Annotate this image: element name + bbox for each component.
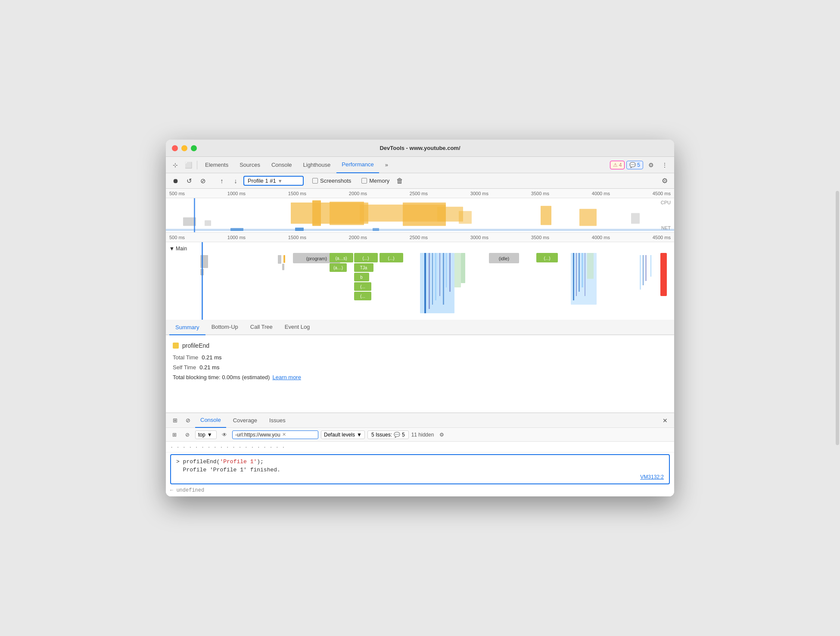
entry-closing: );: [257, 458, 264, 465]
svg-rect-13: [230, 228, 243, 231]
device-icon[interactable]: ⬜: [182, 159, 194, 171]
console-tab-bar: ⊞ ⊘ Console Coverage Issues ✕: [166, 413, 674, 428]
svg-text:(idle): (idle): [499, 256, 509, 261]
svg-rect-62: [640, 255, 641, 290]
console-sidebar-icon[interactable]: ⊞: [169, 430, 180, 440]
sidebar-toggle-icon[interactable]: ⊞: [169, 415, 180, 426]
record-button[interactable]: ⏺: [169, 175, 181, 187]
svg-text:(...): (...): [388, 256, 395, 261]
learn-more-link[interactable]: Learn more: [272, 374, 301, 380]
tab-performance[interactable]: Performance: [336, 157, 379, 173]
svg-rect-42: [432, 253, 433, 305]
console-block-icon[interactable]: ⊘: [182, 430, 193, 440]
devtools-window: DevTools - www.youtube.com/ ⊹ ⬜ Elements…: [166, 140, 674, 496]
cursor-icon[interactable]: ⊹: [169, 159, 181, 171]
tab-summary[interactable]: Summary: [169, 320, 205, 335]
svg-rect-43: [435, 253, 436, 300]
maximize-button[interactable]: [191, 145, 197, 151]
timeline-selection: [194, 198, 195, 232]
screenshots-option[interactable]: Screenshots: [312, 178, 351, 184]
clear-console-icon[interactable]: ⊘: [182, 415, 193, 426]
tbt-text: Total blocking time: 0.00ms (estimated): [173, 374, 270, 380]
memory-option[interactable]: Memory: [361, 178, 389, 184]
profile-selector[interactable]: Profile 1 #1 ▼: [243, 176, 304, 186]
cpu-net-chart: CPU NET: [166, 198, 674, 233]
perf-settings-icon[interactable]: ⚙: [659, 175, 671, 187]
main-flame-chart[interactable]: ▼ ▼ Main (program) (a…s) (a…) (...) TJa: [166, 242, 674, 320]
coverage-panel-tab[interactable]: Coverage: [228, 413, 262, 428]
ruler-1500: 1500 ms: [288, 191, 306, 196]
clear-button[interactable]: ⊘: [197, 175, 209, 187]
console-filter[interactable]: -url:https://www.you ✕: [232, 430, 318, 439]
console-entry-line1: > profileEnd('Profile 1');: [176, 458, 664, 465]
window-title: DevTools - www.youtube.com/: [380, 145, 460, 151]
summary-color-indicator: [173, 343, 179, 349]
ruler2-1000: 1000 ms: [227, 235, 246, 240]
issues-badge[interactable]: 5 Issues: 💬 5: [367, 430, 409, 439]
entry-function: profileEnd(: [183, 458, 220, 465]
tab-elements[interactable]: Elements: [200, 157, 233, 173]
svg-rect-14: [295, 228, 304, 231]
self-time-value: 0.21 ms: [199, 364, 219, 371]
total-time-value: 0.21 ms: [202, 354, 221, 361]
screenshots-checkbox[interactable]: [312, 178, 318, 184]
eye-icon[interactable]: 👁: [219, 430, 230, 440]
svg-text:(a…s): (a…s): [335, 256, 347, 261]
flame-chart-svg: (program) (a…s) (a…) (...) TJa b (... (.…: [166, 242, 674, 320]
svg-rect-64: [645, 255, 647, 281]
console-entry-ref[interactable]: VM3132:2: [176, 474, 664, 480]
svg-text:(program): (program): [306, 256, 327, 261]
svg-rect-3: [312, 200, 321, 226]
timeline-ruler-top: 500 ms 1000 ms 1500 ms 2000 ms 2500 ms 3…: [166, 189, 674, 198]
svg-rect-1: [205, 220, 211, 226]
close-console-button[interactable]: ✕: [660, 415, 671, 426]
svg-rect-4: [330, 202, 364, 225]
tab-more[interactable]: »: [380, 157, 393, 173]
tab-lighthouse[interactable]: Lighthouse: [298, 157, 336, 173]
ruler-labels-main: 500 ms 1000 ms 1500 ms 2000 ms 2500 ms 3…: [169, 235, 671, 240]
tab-call-tree[interactable]: Call Tree: [244, 319, 279, 334]
tab-sources[interactable]: Sources: [234, 157, 265, 173]
issues-panel-tab[interactable]: Issues: [264, 413, 291, 428]
tbt-row: Total blocking time: 0.00ms (estimated) …: [173, 374, 667, 380]
tab-console[interactable]: Console: [266, 157, 297, 173]
cpu-chart-svg: [166, 198, 674, 232]
ruler-3500: 3500 ms: [531, 191, 549, 196]
levels-arrow-icon: ▼: [357, 432, 362, 438]
console-result-line: ← undefined: [166, 486, 674, 495]
console-settings-icon[interactable]: ⚙: [436, 430, 447, 440]
close-button[interactable]: [172, 145, 178, 151]
messages-badge[interactable]: 💬 5: [626, 161, 643, 169]
memory-checkbox[interactable]: [361, 178, 367, 184]
reload-record-button[interactable]: ↺: [183, 175, 195, 187]
svg-rect-65: [650, 255, 651, 277]
svg-rect-49: [461, 253, 465, 283]
context-value: top: [198, 432, 205, 438]
warning-badge[interactable]: ⚠ 4: [610, 161, 625, 169]
upload-button[interactable]: ↑: [216, 175, 228, 187]
prev-line-text: · · · · · · · · · · · · · · · · · · ·: [170, 445, 285, 451]
svg-rect-60: [587, 253, 594, 279]
filter-clear-icon[interactable]: ✕: [282, 432, 286, 437]
console-panel: ⊞ ⊘ Console Coverage Issues ✕ ⊞ ⊘ top ▼ …: [166, 413, 674, 496]
analysis-tab-bar: Summary Bottom-Up Call Tree Event Log: [166, 320, 674, 335]
svg-rect-47: [449, 253, 451, 292]
svg-rect-61: [660, 253, 667, 296]
tabs-right-area: ⚠ 4 💬 5 ⚙ ⋮: [610, 159, 671, 171]
context-selector[interactable]: top ▼: [195, 430, 217, 439]
entry-string-arg: 'Profile 1': [220, 458, 257, 465]
warning-count: 4: [619, 162, 622, 168]
settings-icon[interactable]: ⚙: [645, 159, 657, 171]
download-button[interactable]: ↓: [230, 175, 242, 187]
svg-text:(...: (...: [360, 294, 365, 299]
dropdown-arrow-icon: ▼: [278, 178, 283, 184]
tab-event-log[interactable]: Event Log: [279, 319, 316, 334]
minimize-button[interactable]: [181, 145, 187, 151]
summary-panel: profileEnd Total Time 0.21 ms Self Time …: [166, 335, 674, 413]
context-arrow-icon: ▼: [207, 432, 212, 438]
tab-bottom-up[interactable]: Bottom-Up: [205, 319, 244, 334]
more-options-icon[interactable]: ⋮: [659, 159, 671, 171]
log-levels-selector[interactable]: Default levels ▼: [321, 430, 365, 439]
delete-icon[interactable]: 🗑: [396, 177, 403, 185]
console-panel-tab[interactable]: Console: [195, 413, 226, 428]
